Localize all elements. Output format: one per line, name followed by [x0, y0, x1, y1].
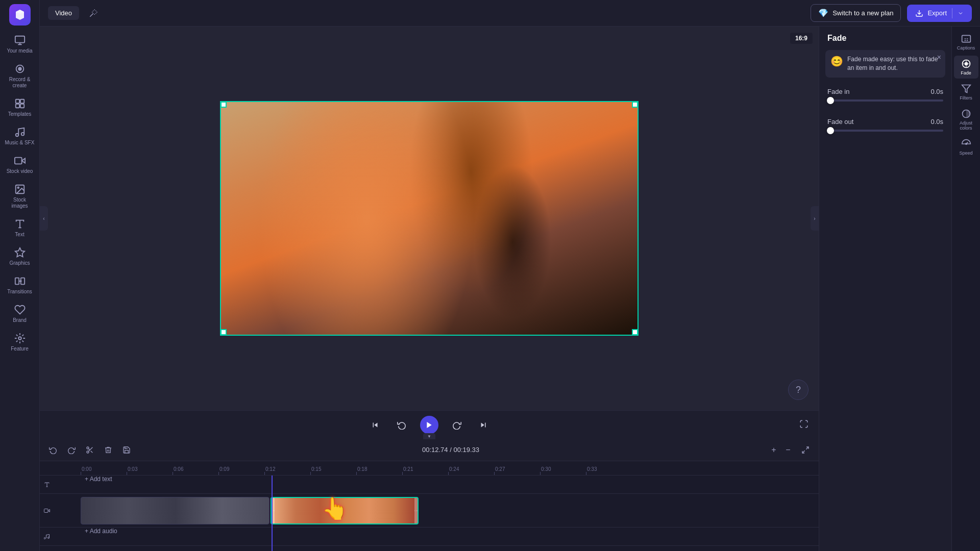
aspect-ratio-badge[interactable]: 16:9 [790, 33, 813, 44]
fade-panel-title: Fade [819, 27, 951, 48]
svg-line-19 [806, 447, 808, 449]
fade-panel: Fade 😊 Fade made easy: use this to fade … [819, 27, 951, 551]
collapse-right-panel[interactable]: › [811, 206, 819, 231]
save-button[interactable] [119, 443, 134, 457]
svg-point-7 [15, 134, 18, 137]
svg-point-28 [965, 143, 967, 145]
timeline-zoom-controls: + − [768, 444, 794, 456]
collapse-timeline-button[interactable]: ▼ [423, 433, 435, 439]
sidebar-item-transitions[interactable]: Transitions [3, 271, 37, 299]
audio-track-content: + Add audio [81, 528, 819, 545]
tab-video[interactable]: Video [48, 6, 79, 20]
app-logo [9, 4, 31, 26]
fade-tip: 😊 Fade made easy: use this to fade an it… [825, 50, 945, 78]
svg-rect-5 [15, 104, 19, 108]
topbar: Video 💎 Switch to a new plan Export [40, 0, 980, 27]
handle-top-right[interactable] [632, 102, 638, 108]
left-sidebar: Your media Record & create Templates Mus… [0, 0, 40, 551]
ruler-mark-24: 0:24 [448, 466, 494, 475]
svg-rect-13 [15, 278, 18, 285]
content-area: ‹ 16:9 ? › [40, 27, 980, 551]
video-clip-before[interactable] [81, 497, 270, 524]
skip-to-start-button[interactable] [367, 417, 383, 433]
sidebar-item-brand[interactable]: Brand [3, 300, 37, 328]
fade-out-label-row: Fade out 0.0s [827, 118, 943, 126]
handle-top-left[interactable] [220, 102, 227, 108]
svg-line-20 [802, 450, 805, 453]
add-text-row: + Add text [40, 475, 819, 494]
fade-in-slider[interactable] [827, 99, 943, 102]
fade-out-slider[interactable] [827, 130, 943, 132]
play-button[interactable] [420, 416, 438, 434]
delete-button[interactable] [101, 443, 115, 457]
svg-point-18 [87, 451, 89, 453]
video-track-label [40, 508, 81, 514]
svg-rect-22 [44, 509, 48, 512]
fullscreen-button[interactable] [799, 419, 808, 431]
rewind-button[interactable] [394, 417, 410, 433]
ruler-mark-21: 0:21 [402, 466, 448, 475]
fade-out-thumb[interactable] [827, 127, 834, 134]
redo-button[interactable] [64, 443, 79, 457]
rs-item-fade[interactable]: Fade [954, 56, 978, 79]
timeline-toolbar: 00:12.74 / 00:19.33 + − [40, 439, 819, 461]
video-clip-active[interactable]: ⋮ ⋮ [271, 497, 419, 524]
timeline-tracks: + Add text [40, 475, 819, 551]
ruler-mark-12: 0:12 [264, 466, 310, 475]
sidebar-item-stock-video[interactable]: Stock video [3, 151, 37, 179]
svg-marker-21 [48, 509, 50, 512]
sidebar-item-feature[interactable]: Feature [3, 329, 37, 356]
ruler-mark-15: 0:15 [310, 466, 356, 475]
rs-item-speed[interactable]: Speed [954, 136, 978, 159]
zoom-out-button[interactable]: − [782, 444, 794, 456]
add-text-button[interactable]: + Add text [81, 475, 819, 483]
collapse-left-panel[interactable]: ‹ [40, 206, 48, 231]
ruler-marks: 0:00 0:03 0:06 0:09 0:12 0:15 0:18 0:21 … [81, 461, 632, 475]
ruler-mark-18: 0:18 [356, 466, 402, 475]
text-track-content: + Add text [81, 475, 819, 493]
export-button[interactable]: Export [907, 5, 972, 22]
video-track-row: Slow motion from 60fps portrait of mixed… [40, 494, 819, 528]
undo-button[interactable] [46, 443, 60, 457]
sidebar-item-graphics[interactable]: Graphics [3, 243, 37, 270]
svg-rect-10 [14, 158, 21, 164]
skip-to-end-button[interactable] [475, 417, 492, 433]
fade-in-thumb[interactable] [827, 97, 834, 104]
topbar-icon-magic[interactable] [85, 5, 102, 21]
video-track-content[interactable]: Slow motion from 60fps portrait of mixed… [81, 494, 819, 527]
editor-center: ‹ 16:9 ? › [40, 27, 819, 551]
zoom-in-button[interactable]: + [768, 444, 780, 456]
svg-rect-23 [962, 35, 970, 42]
cut-button[interactable] [83, 443, 97, 457]
clip-handle-right[interactable]: ⋮ [414, 498, 418, 523]
audio-track-label [40, 534, 81, 540]
add-audio-button[interactable]: + Add audio [81, 528, 819, 535]
fade-in-label-row: Fade in 0.0s [827, 88, 943, 95]
rs-item-filters[interactable]: Filters [954, 81, 978, 104]
ruler-mark-6: 0:06 [173, 466, 218, 475]
sidebar-item-text[interactable]: Text [3, 214, 37, 242]
ruler-mark-0: 0:00 [81, 466, 127, 475]
svg-point-15 [18, 337, 21, 340]
sidebar-item-stock-images[interactable]: Stock images [3, 180, 37, 213]
fade-tip-close-button[interactable]: × [937, 53, 941, 61]
clip-handle-left[interactable]: ⋮ [272, 498, 275, 523]
handle-bottom-right[interactable] [632, 329, 638, 335]
expand-timeline-button[interactable] [798, 443, 813, 457]
video-frame [220, 101, 639, 336]
help-button[interactable]: ? [788, 380, 808, 400]
rs-item-adjust-colors[interactable]: Adjust colors [954, 106, 978, 134]
ruler-mark-9: 0:09 [218, 466, 264, 475]
sidebar-item-your-media[interactable]: Your media [3, 31, 37, 58]
ruler-mark-33: 0:33 [586, 466, 632, 475]
sidebar-item-templates[interactable]: Templates [3, 94, 37, 121]
rs-item-captions[interactable]: Captions [954, 31, 978, 54]
sidebar-item-record-create[interactable]: Record & create [3, 59, 37, 93]
switch-plan-button[interactable]: 💎 Switch to a new plan [811, 4, 901, 22]
text-track-label [40, 482, 81, 488]
handle-bottom-left[interactable] [220, 329, 227, 335]
add-audio-row: + Add audio [40, 528, 819, 546]
forward-button[interactable] [449, 417, 465, 433]
export-caret [952, 8, 952, 18]
sidebar-item-music-sfx[interactable]: Music & SFX [3, 122, 37, 150]
